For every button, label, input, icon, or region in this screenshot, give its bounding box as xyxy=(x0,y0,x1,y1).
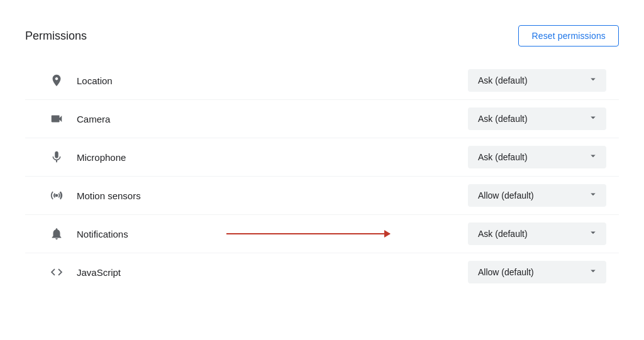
permission-label-camera: Camera xyxy=(77,114,468,124)
select-wrapper-motion-sensors: Allow (default)AskBlock xyxy=(468,184,606,207)
select-wrapper-javascript: Allow (default)AskBlock xyxy=(468,261,606,283)
microphone-icon xyxy=(50,150,64,164)
permission-label-location: Location xyxy=(77,75,468,86)
permission-row-microphone: MicrophoneAsk (default)AllowBlock xyxy=(25,138,619,177)
permission-row-notifications: NotificationsAsk (default)AllowBlock xyxy=(25,215,619,253)
permission-row-motion-sensors: Motion sensorsAllow (default)AskBlock xyxy=(25,177,619,215)
notifications-arrow xyxy=(226,233,390,234)
select-wrapper-notifications: Ask (default)AllowBlock xyxy=(468,222,606,245)
code-icon xyxy=(44,265,69,279)
permission-select-javascript[interactable]: Allow (default)AskBlock xyxy=(468,261,606,283)
permission-select-camera[interactable]: Ask (default)AllowBlock xyxy=(468,107,606,130)
motion-icon xyxy=(44,189,69,202)
motion-icon xyxy=(50,189,64,202)
page-header: Permissions Reset permissions xyxy=(25,25,619,47)
page-title: Permissions xyxy=(25,30,87,43)
select-wrapper-location: Ask (default)AllowBlock xyxy=(468,69,606,92)
permission-select-location[interactable]: Ask (default)AllowBlock xyxy=(468,69,606,92)
permissions-list: LocationAsk (default)AllowBlock CameraAs… xyxy=(25,62,619,291)
permission-row-javascript: JavaScriptAllow (default)AskBlock xyxy=(25,253,619,291)
select-wrapper-camera: Ask (default)AllowBlock xyxy=(468,107,606,130)
bell-icon xyxy=(44,227,69,241)
permission-select-motion-sensors[interactable]: Allow (default)AskBlock xyxy=(468,184,606,207)
camera-icon xyxy=(50,112,64,126)
select-wrapper-microphone: Ask (default)AllowBlock xyxy=(468,146,606,168)
location-icon xyxy=(44,74,69,87)
camera-icon xyxy=(44,112,69,126)
reset-permissions-button[interactable]: Reset permissions xyxy=(518,25,619,47)
svg-point-0 xyxy=(55,194,58,197)
arrow-line xyxy=(226,233,390,234)
permission-row-location: LocationAsk (default)AllowBlock xyxy=(25,62,619,100)
permission-label-microphone: Microphone xyxy=(77,152,468,163)
permission-label-javascript: JavaScript xyxy=(77,267,468,278)
code-icon xyxy=(50,265,64,279)
permission-row-camera: CameraAsk (default)AllowBlock xyxy=(25,100,619,138)
bell-icon xyxy=(50,227,64,241)
location-icon xyxy=(50,74,64,87)
microphone-icon xyxy=(44,150,69,164)
permission-select-microphone[interactable]: Ask (default)AllowBlock xyxy=(468,146,606,168)
permission-select-notifications[interactable]: Ask (default)AllowBlock xyxy=(468,222,606,245)
permissions-page: Permissions Reset permissions LocationAs… xyxy=(0,0,644,340)
permission-label-motion-sensors: Motion sensors xyxy=(77,190,468,201)
